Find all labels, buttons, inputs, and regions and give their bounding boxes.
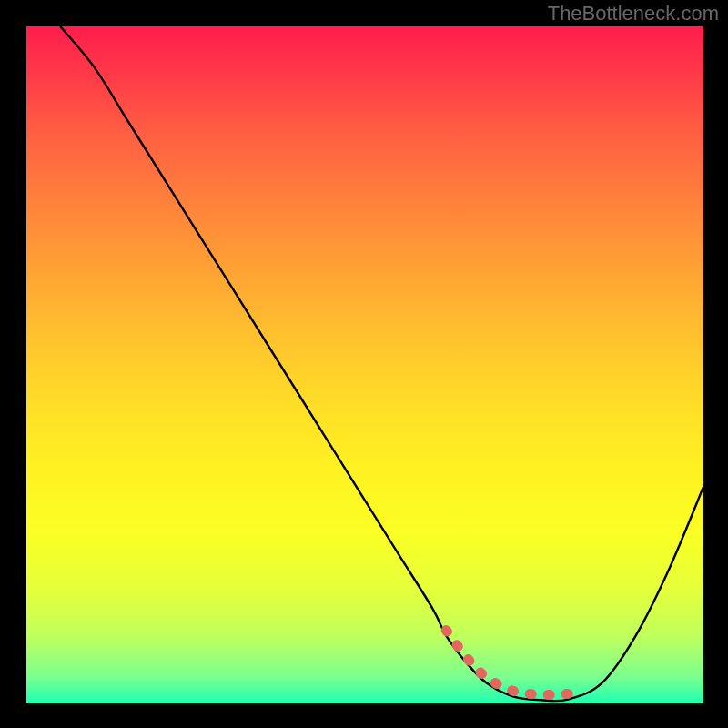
bottleneck-curve (26, 26, 703, 703)
optimal-region-marker (446, 631, 568, 695)
plot-area (26, 26, 703, 703)
attribution-text: TheBottleneck.com (548, 2, 719, 25)
curve-path (60, 26, 703, 701)
